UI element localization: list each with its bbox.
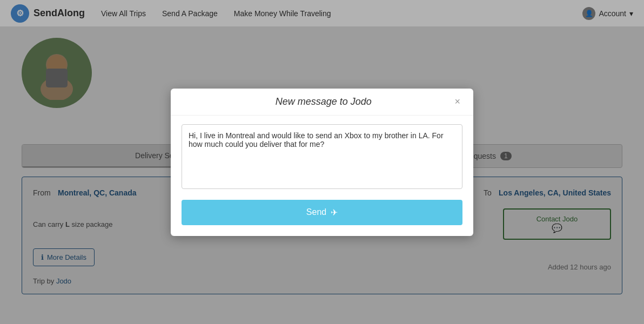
- send-icon: ✈: [331, 207, 338, 218]
- send-label: Send: [306, 207, 326, 217]
- modal-footer: Send ✈: [171, 200, 473, 236]
- modal-header: New message to Jodo ×: [171, 89, 473, 116]
- modal-title: New message to Jodo: [194, 96, 452, 107]
- send-button[interactable]: Send ✈: [182, 200, 462, 225]
- message-textarea[interactable]: Hi, I live in Montreal and would like to…: [182, 124, 462, 189]
- modal-dialog: New message to Jodo × Hi, I live in Mont…: [171, 89, 473, 236]
- modal-body: Hi, I live in Montreal and would like to…: [171, 116, 473, 200]
- modal-overlay: New message to Jodo × Hi, I live in Mont…: [0, 0, 644, 324]
- modal-close-button[interactable]: ×: [452, 96, 462, 107]
